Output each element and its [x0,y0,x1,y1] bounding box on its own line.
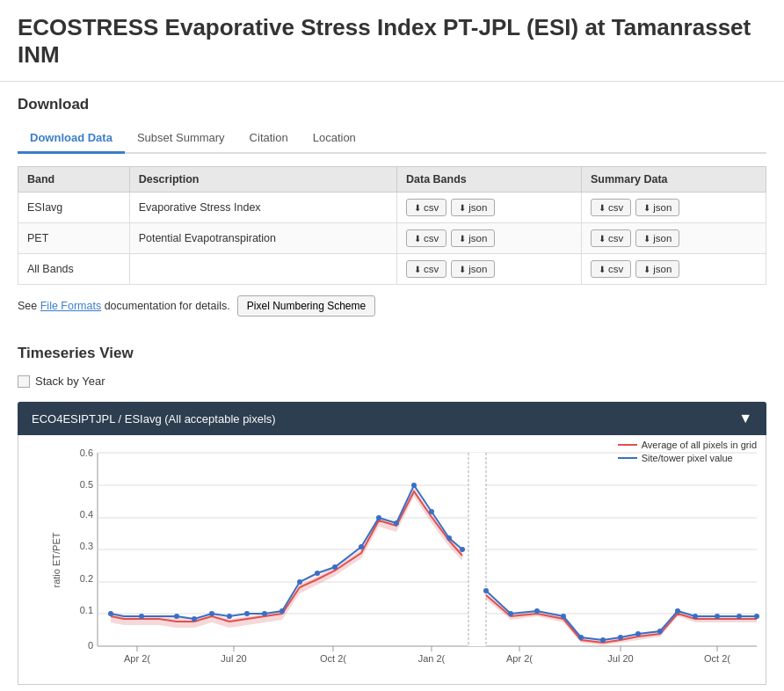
stack-by-year-row: Stack by Year [18,375,766,388]
bands-table: Band Description Data Bands Summary Data… [18,166,766,285]
data-bands-buttons: ⬇ csv ⬇ json [397,254,582,285]
download-icon: ⬇ [459,265,466,274]
chart-chevron-icon[interactable]: ▼ [738,411,752,426]
band-description [129,254,396,285]
svg-text:Apr 2(: Apr 2( [124,653,150,664]
svg-point-58 [600,637,606,643]
svg-point-60 [635,631,641,636]
svg-point-38 [209,611,214,616]
all-summary-csv-button[interactable]: ⬇ csv [591,260,631,278]
col-description: Description [129,167,396,193]
y-axis-label: ratio ET/PET [51,532,62,587]
stack-by-year-label[interactable]: Stack by Year [35,375,105,388]
pet-data-json-button[interactable]: ⬇ json [451,229,495,247]
all-data-json-button[interactable]: ⬇ json [451,260,495,278]
svg-rect-29 [468,453,486,646]
pixel-numbering-button[interactable]: Pixel Numbering Scheme [237,295,375,316]
col-summary-data: Summary Data [581,167,766,193]
svg-point-37 [192,616,197,622]
chart-wrapper: ratio ET/PET 0.6 0.5 0.4 0.3 [62,444,757,675]
download-icon: ⬇ [599,265,606,274]
download-title: Download [18,96,766,113]
tab-bar: Download Data Subset Summary Citation Lo… [18,124,766,154]
svg-point-52 [460,547,465,552]
data-bands-buttons: ⬇ csv ⬇ json [397,193,582,223]
band-description: Evaporative Stress Index [129,193,396,223]
svg-text:Jul 20: Jul 20 [221,653,246,664]
all-summary-json-button[interactable]: ⬇ json [635,260,679,278]
summary-data-buttons: ⬇ csv ⬇ json [581,193,766,223]
stack-by-year-checkbox[interactable] [18,375,30,388]
svg-text:0: 0 [88,640,93,651]
pet-summary-csv-button[interactable]: ⬇ csv [591,229,631,247]
page-title: ECOSTRESS Evaporative Stress Index PT-JP… [18,14,766,69]
file-formats-note: See File Formats documentation for detai… [18,295,766,316]
download-icon: ⬇ [459,203,466,213]
download-icon: ⬇ [414,265,421,274]
svg-point-55 [534,608,540,614]
svg-point-56 [561,614,566,619]
svg-point-43 [297,579,302,585]
data-bands-buttons: ⬇ csv ⬇ json [397,223,582,254]
tab-location[interactable]: Location [301,124,368,152]
all-data-csv-button[interactable]: ⬇ csv [406,260,446,278]
band-name: PET [18,223,130,254]
download-icon: ⬇ [643,265,650,274]
svg-point-49 [411,483,417,488]
svg-point-48 [394,520,399,526]
eslavg-summary-csv-button[interactable]: ⬇ csv [591,199,631,216]
tab-subset-summary[interactable]: Subset Summary [125,124,237,152]
svg-point-64 [715,614,720,619]
chart-title: ECO4ESIPTJPL / ESIavg (All acceptable pi… [32,412,276,426]
download-icon: ⬇ [414,203,421,213]
tab-citation[interactable]: Citation [237,124,301,152]
download-icon: ⬇ [414,234,421,244]
svg-text:0.5: 0.5 [80,479,93,490]
svg-text:0.2: 0.2 [80,573,93,584]
tab-download-data[interactable]: Download Data [18,124,125,154]
eslavg-summary-json-button[interactable]: ⬇ json [635,199,679,216]
pet-summary-json-button[interactable]: ⬇ json [635,229,679,247]
svg-point-53 [483,588,489,593]
download-icon: ⬇ [599,203,606,213]
summary-data-buttons: ⬇ csv ⬇ json [581,254,766,285]
svg-point-36 [174,614,179,619]
svg-point-51 [446,535,452,541]
svg-text:0.6: 0.6 [80,447,93,458]
svg-point-41 [262,611,267,616]
svg-text:0.4: 0.4 [80,509,93,520]
download-icon: ⬇ [599,234,606,244]
svg-point-50 [429,509,434,514]
page-header: ECOSTRESS Evaporative Stress Index PT-JP… [0,0,784,82]
svg-point-66 [754,614,759,619]
svg-text:Apr 2(: Apr 2( [506,653,533,664]
eslavg-data-json-button[interactable]: ⬇ json [451,199,495,216]
svg-point-62 [675,608,680,614]
download-icon: ⬇ [459,234,466,244]
svg-text:0.1: 0.1 [80,605,93,615]
band-name: All Bands [18,254,130,285]
download-icon: ⬇ [643,203,650,213]
band-name: ESIavg [18,193,130,223]
svg-point-45 [332,564,338,570]
file-formats-link[interactable]: File Formats [40,300,101,312]
eslavg-data-csv-button[interactable]: ⬇ csv [406,199,446,216]
timeseries-section: Timeseries View Stack by Year ECO4ESIPTJ… [0,331,784,691]
svg-point-40 [244,611,250,616]
svg-point-34 [108,611,113,616]
download-icon: ⬇ [643,234,650,244]
svg-point-61 [657,629,663,634]
svg-point-57 [578,635,584,640]
pet-data-csv-button[interactable]: ⬇ csv [406,229,446,247]
col-data-bands: Data Bands [397,167,582,193]
download-section: Download Download Data Subset Summary Ci… [0,82,784,331]
band-description: Potential Evapotranspiration [129,223,396,254]
svg-point-47 [376,515,381,520]
svg-point-44 [315,571,320,576]
svg-text:Jul 20: Jul 20 [607,653,633,664]
table-row: PET Potential Evapotranspiration ⬇ csv ⬇… [18,223,766,254]
svg-text:Oct 2(: Oct 2( [320,653,346,664]
svg-text:Jan 2(: Jan 2( [418,653,446,664]
chart-header-bar: ECO4ESIPTJPL / ESIavg (All acceptable pi… [18,402,766,435]
timeseries-chart: 0.6 0.5 0.4 0.3 0.2 0.1 0 Apr [62,444,766,673]
